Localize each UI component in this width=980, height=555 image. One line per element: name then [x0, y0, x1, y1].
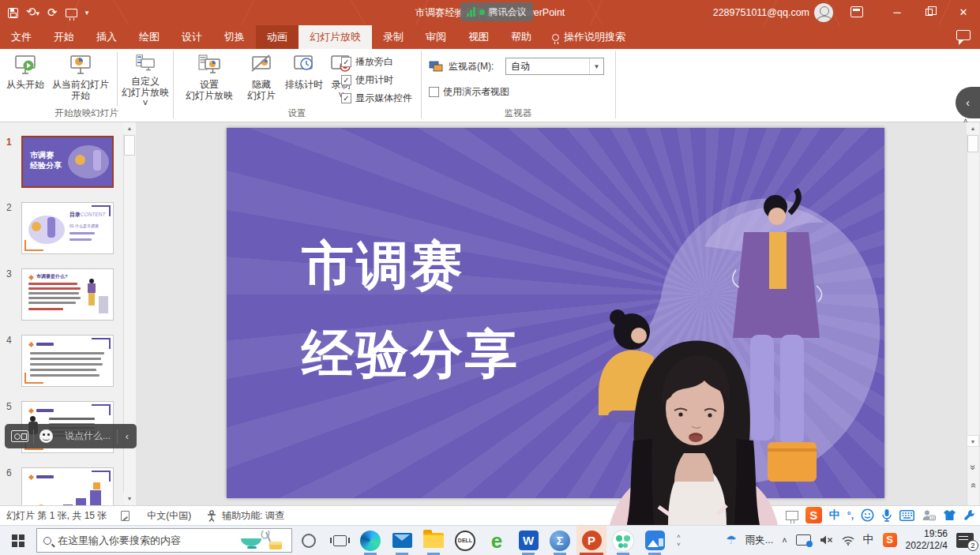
scrollbar-thumb[interactable]	[124, 135, 135, 156]
umbrella-weather-icon[interactable]: ☂	[726, 533, 736, 547]
text-line	[30, 363, 103, 366]
hide-slide-button[interactable]: 隐藏 幻灯片	[242, 51, 281, 109]
custom-slideshow-button[interactable]: 自定义 幻灯片放映 ˅	[120, 51, 171, 109]
emoji-icon[interactable]	[39, 429, 53, 443]
tray-sogou-icon[interactable]: S	[883, 533, 897, 547]
slide-thumbnail-1[interactable]: 市调赛 经验分享	[21, 136, 114, 188]
tab-insert[interactable]: 插入	[85, 25, 128, 49]
monitor-dropdown[interactable]: 自动 ▼	[505, 58, 604, 75]
weather-text[interactable]: 雨夹...	[745, 534, 773, 547]
screen-share-icon[interactable]	[796, 534, 811, 546]
ribbon-display-options-icon[interactable]	[850, 6, 863, 17]
svg-text:13: 13	[930, 516, 935, 519]
titlebar: ⟲▾ ⟳ ▾ 市调赛经验分享.pptx - PowerPoint 腾讯会议 22…	[0, 0, 980, 25]
taskbar-app-docs[interactable]	[640, 526, 670, 555]
restore-button[interactable]	[914, 0, 947, 25]
slide-counter[interactable]: 幻灯片 第 1 张, 共 15 张	[6, 509, 107, 523]
tab-record[interactable]: 录制	[372, 25, 415, 49]
taskbar-app-dell[interactable]: DELL	[450, 526, 480, 555]
minimize-button[interactable]: ─	[880, 0, 914, 25]
taskbar-app-mail[interactable]	[387, 526, 417, 555]
presenter-view-checkbox[interactable]: 使用演示者视图	[429, 85, 509, 99]
thumb-number: 6	[6, 467, 12, 478]
voice-input-icon[interactable]	[881, 508, 892, 522]
notification-center-icon[interactable]: 2	[956, 533, 974, 548]
taskbar-app-word[interactable]: W	[513, 526, 543, 555]
tab-slideshow[interactable]: 幻灯片放映	[299, 25, 372, 49]
skin-shirt-icon[interactable]	[943, 509, 956, 521]
close-button[interactable]: ✕	[947, 0, 980, 25]
accessibility-icon	[205, 510, 218, 522]
tab-home[interactable]: 开始	[43, 25, 85, 49]
network-signal-icon[interactable]	[842, 535, 854, 546]
account-email[interactable]: 2289751011@qq.com	[713, 0, 809, 25]
tab-animations[interactable]: 动画	[256, 25, 299, 49]
punctuation-icon[interactable]: °,	[847, 510, 854, 521]
taskbar-search[interactable]: 在这里输入你要搜索的内容	[36, 528, 292, 553]
rehearse-timings-button[interactable]: 排练计时	[283, 51, 325, 109]
tab-draw[interactable]: 绘图	[128, 25, 171, 49]
chat-input[interactable]: 说点什么...	[58, 429, 117, 443]
comments-icon[interactable]	[956, 30, 971, 40]
notes-icon[interactable]	[121, 511, 130, 521]
webcam-icon[interactable]	[11, 430, 28, 442]
tab-design[interactable]: 设计	[171, 25, 213, 49]
from-beginning-button[interactable]: 从头开始	[5, 51, 46, 109]
previous-slide-button[interactable]: »	[967, 462, 979, 474]
slide-thumbnail-6[interactable]	[21, 467, 114, 505]
clock[interactable]: 19:56 2022/12/4	[906, 528, 948, 552]
play-narrations-checkbox[interactable]: ✓ 播放旁白	[341, 55, 393, 69]
scroll-up-arrow[interactable]: ▲	[123, 122, 136, 134]
avatar[interactable]	[814, 3, 833, 22]
tab-review[interactable]: 审阅	[415, 25, 457, 49]
webcam-presenter-overlay[interactable]	[586, 338, 802, 525]
tab-transitions[interactable]: 切换	[213, 25, 256, 49]
scroll-down-arrow[interactable]: ▼	[123, 493, 136, 504]
main-scrollbar-thumb[interactable]	[967, 135, 978, 152]
soft-keyboard-icon[interactable]	[899, 510, 914, 521]
setup-slideshow-button[interactable]: 设置 幻灯片放映	[178, 51, 240, 109]
taskbar-app-tencent-meeting[interactable]	[608, 526, 638, 555]
taskbar-app-powerpoint[interactable]: P	[576, 526, 606, 555]
cortana-icon[interactable]	[302, 534, 316, 548]
tencent-meeting-badge[interactable]: 腾讯会议	[460, 2, 533, 21]
ime-mode-chinese[interactable]: 中	[829, 508, 840, 523]
use-timings-checkbox[interactable]: ✓ 使用计时	[341, 73, 393, 87]
login-account-icon[interactable]: 13	[922, 509, 936, 522]
tab-view[interactable]: 视图	[457, 25, 500, 49]
accessibility-status[interactable]: 辅助功能: 调查	[222, 509, 284, 523]
taskbar-app-sigma[interactable]: Σ	[545, 526, 575, 555]
from-current-slide-button[interactable]: 从当前幻灯片 开始	[46, 51, 115, 109]
tell-me-search[interactable]: 操作说明搜索	[543, 25, 635, 49]
volume-muted-icon[interactable]	[820, 534, 833, 546]
main-scroll-down-arrow[interactable]: ▼	[967, 435, 979, 447]
hidden-icons-chevron[interactable]: ˄	[782, 535, 787, 545]
slide-title[interactable]: 市调赛 经验分享	[302, 221, 520, 398]
slide-thumbnail-4[interactable]	[21, 335, 114, 387]
taskbar-app-file-explorer[interactable]	[419, 526, 449, 555]
taskbar-scroll-arrows[interactable]: ˄˅	[677, 534, 681, 548]
tab-help[interactable]: 帮助	[500, 25, 543, 49]
tray-ime-mode[interactable]: 中	[863, 533, 874, 547]
system-tray: ☂ 雨夹... ˄ 中 S 19:56 2022/12/4 2	[726, 525, 980, 555]
search-highlight-food-icon[interactable]	[239, 531, 285, 551]
taskbar-app-360-browser[interactable]: e	[482, 526, 512, 555]
task-view-icon[interactable]	[333, 535, 347, 546]
chat-collapse-icon[interactable]: ‹	[118, 430, 137, 442]
language-status[interactable]: 中文(中国)	[147, 509, 191, 523]
taskbar-app-edge[interactable]	[355, 526, 385, 555]
next-slide-button[interactable]: »	[967, 480, 979, 493]
main-scrollbar[interactable]	[967, 122, 979, 505]
start-button[interactable]	[0, 526, 36, 555]
show-media-controls-checkbox[interactable]: ✓ 显示媒体控件	[341, 92, 412, 105]
slide-thumbnail-2[interactable]: 目录 CONTENT 01 什么是市调赛	[21, 202, 114, 254]
tab-file[interactable]: 文件	[0, 25, 43, 49]
slide-thumbnail-3[interactable]: 市调赛是什么?	[21, 268, 114, 321]
signal-bars-icon	[467, 7, 475, 17]
sogou-logo-icon[interactable]: S	[805, 507, 822, 523]
thumb5-heading	[36, 409, 54, 412]
ime-settings-wrench-icon[interactable]	[963, 509, 975, 521]
main-scroll-up-arrow[interactable]: ▲	[967, 122, 979, 134]
emoji-picker-icon[interactable]	[861, 508, 874, 522]
thumb2-figure	[47, 217, 55, 238]
